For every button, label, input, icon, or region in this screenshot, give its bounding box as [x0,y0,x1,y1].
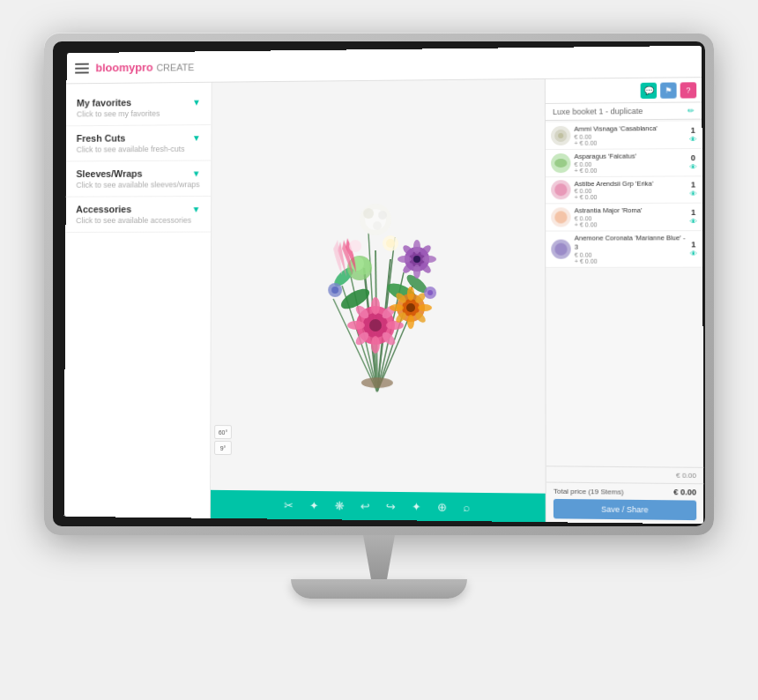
flower-price-3: € 0.00 + € 0.00 [575,215,687,228]
toolbar-redo-icon[interactable]: ↪ [386,499,396,512]
chat-button[interactable]: 💬 [641,82,657,98]
monitor-base [291,579,467,599]
monitor-bezel: bloomypro CREATE My favorites ▼ Click [53,41,705,526]
sidebar: My favorites ▼ Click to see my favorites… [64,83,212,518]
toolbar-sparkle-icon[interactable]: ✦ [412,500,421,513]
chevron-freshcuts: ▼ [192,132,201,142]
svg-point-67 [554,184,567,197]
sidebar-item-favorites[interactable]: My favorites ▼ Click to see my favorites [66,90,211,127]
flower-item-3: Astrantia Major 'Roma' € 0.00 + € 0.00 1… [546,204,702,232]
flower-qty-4: 1 👁 [690,240,697,257]
save-share-button[interactable]: Save / Share [554,499,696,520]
angle-9-button[interactable]: 9° [214,441,232,455]
flower-qty-3: 1 👁 [690,208,697,226]
flower-thumb-4 [551,239,570,258]
flower-info-2: Astilbe Arendsii Grp 'Erika' € 0.00 + € … [575,179,687,201]
monitor-wrapper: bloomypro CREATE My favorites ▼ Click [35,33,723,667]
sidebar-sub-sleeves: Click to see available sleeves/wraps [76,180,200,190]
sidebar-item-sleeves[interactable]: Sleeves/Wraps ▼ Click to see available s… [66,160,212,197]
qty-num-2: 1 [691,181,695,190]
main-content: My favorites ▼ Click to see my favorites… [64,78,704,524]
toolbar-cut-icon[interactable]: ✂ [284,498,294,511]
edit-bouquet-icon[interactable]: ✏ [687,107,695,115]
sidebar-item-accessories[interactable]: Accessories ▼ Click to see available acc… [65,197,211,233]
flower-item-4: Anemone Coronata 'Marianne Blue' - 3 € 0… [546,231,702,267]
flower-item-1: Asparagus 'Falcatus' € 0.00 + € 0.00 0 👁 [546,149,702,177]
flag-button[interactable]: ⚑ [660,82,677,98]
flower-info-4: Anemone Coronata 'Marianne Blue' - 3 € 0… [575,234,687,264]
toolbar-zoom-icon[interactable]: ⌕ [463,500,470,513]
right-bottom: Total price (19 Stems) € 0.00 Save / Sha… [546,482,704,525]
flower-thumb-3 [551,207,570,227]
flower-info-3: Astrantia Major 'Roma' € 0.00 + € 0.00 [575,206,687,227]
sidebar-title-sleeves: Sleeves/Wraps ▼ [76,168,200,179]
monitor-body: bloomypro CREATE My favorites ▼ Click [44,33,714,535]
sidebar-sub-accessories: Click to see available accessories [76,216,200,225]
sidebar-title-freshcuts: Fresh Cuts ▼ [77,132,201,144]
flower-qty-2: 1 👁 [689,181,696,198]
svg-point-68 [554,211,567,223]
monitor-neck [353,535,405,579]
flower-info-0: Ammi Visnaga 'Casablanca' € 0.00 + € 0.0… [574,124,686,146]
bouquet-image [280,162,474,410]
eye-icon-0[interactable]: 👁 [689,136,696,144]
flower-item-0: Ammi Visnaga 'Casablanca' € 0.00 + € 0.0… [546,122,702,150]
svg-point-28 [370,336,379,354]
toolbar-undo-icon[interactable]: ↩ [360,499,370,512]
flower-price-4: € 0.00 + € 0.00 [575,251,687,264]
flower-thumb-2 [551,180,570,199]
help-button[interactable]: ? [680,82,697,98]
logo-create: CREATE [156,62,194,72]
svg-point-27 [370,297,379,315]
flower-name-4: Anemone Coronata 'Marianne Blue' - 3 [575,234,687,251]
eye-icon-1[interactable]: 👁 [689,163,696,171]
flower-list: Ammi Visnaga 'Casablanca' € 0.00 + € 0.0… [546,120,703,467]
hamburger-menu[interactable] [75,63,89,73]
svg-point-11 [360,377,392,388]
flower-qty-1: 0 👁 [689,153,696,171]
logo-text: bloomypro [95,61,152,74]
right-panel: 💬 ⚑ ? Luxe booket 1 - duplicate ✏ [545,78,704,524]
bouquet-name: Luxe booket 1 - duplicate [553,107,643,116]
sidebar-sub-freshcuts: Click to see available fresh-cuts [77,145,201,154]
chevron-sleeves: ▼ [192,168,201,178]
svg-point-62 [386,239,395,248]
angle-60-button[interactable]: 60° [214,425,232,439]
screen: bloomypro CREATE My favorites ▼ Click [64,46,704,524]
toolbar-flower-icon[interactable]: ❋ [335,499,345,512]
svg-point-66 [554,159,567,168]
canvas-main[interactable]: 60° 9° [211,79,546,494]
flower-thumb-0 [551,126,570,145]
toolbar-add-icon[interactable]: ✦ [309,498,319,511]
chevron-favorites: ▼ [192,97,201,107]
qty-num-4: 1 [691,240,695,249]
svg-point-29 [347,321,365,330]
chevron-accessories: ▼ [192,204,201,213]
eye-icon-3[interactable]: 👁 [690,218,697,226]
sidebar-title-accessories: Accessories ▼ [76,204,200,214]
eye-icon-4[interactable]: 👁 [690,249,697,257]
flower-item-2: Astilbe Arendsii Grp 'Erika' € 0.00 + € … [546,176,702,205]
canvas-area: 60° 9° ✂ ✦ ❋ ↩ [211,79,546,522]
flower-price-1: € 0.00 + € 0.00 [575,160,687,174]
svg-point-63 [349,240,361,252]
svg-point-40 [389,304,403,311]
flower-price-0: € 0.00 + € 0.00 [574,133,686,146]
svg-point-51 [398,256,412,263]
angle-controls: 60° 9° [214,425,232,455]
flower-qty-0: 1 👁 [689,126,696,144]
svg-point-69 [554,242,567,255]
svg-point-26 [368,319,381,331]
total-label: Total price (19 Stems) [554,487,624,495]
eye-icon-2[interactable]: 👁 [689,190,696,198]
total-price: € 0.00 [673,488,696,496]
flower-info-1: Asparagus 'Falcatus' € 0.00 + € 0.00 [574,152,686,174]
toolbar-target-icon[interactable]: ⊕ [437,500,447,513]
flower-price-2: € 0.00 + € 0.00 [575,188,687,201]
qty-num-3: 1 [691,208,695,217]
flower-thumb-1 [551,153,570,173]
stems-row: Total price (19 Stems) € 0.00 [554,487,696,497]
sidebar-title-favorites: My favorites ▼ [77,97,201,108]
logo: bloomypro CREATE [95,60,194,74]
sidebar-item-freshcuts[interactable]: Fresh Cuts ▼ Click to see available fres… [66,125,212,161]
